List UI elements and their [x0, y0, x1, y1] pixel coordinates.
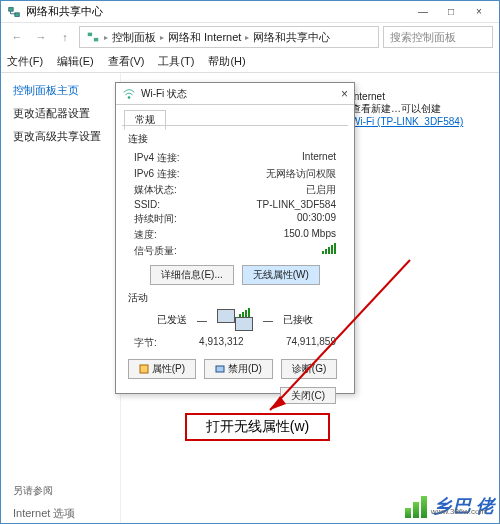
wireless-properties-button[interactable]: 无线属性(W) [242, 265, 320, 285]
ipv6-label: IPv6 连接: [134, 167, 180, 181]
signal-bars-icon [322, 244, 336, 258]
diagnose-button[interactable]: 诊断(G) [281, 359, 337, 379]
activity-row: 已发送 — — 已接收 [128, 309, 342, 331]
dialog-tabs: 常规 [116, 105, 354, 125]
bytes-label: 字节: [134, 336, 157, 350]
section-connection: 连接 [128, 132, 342, 146]
activity-dash: — [263, 315, 273, 326]
svg-rect-3 [94, 38, 98, 42]
sidebar-sharing[interactable]: 更改高级共享设置 [13, 129, 108, 144]
svg-rect-5 [140, 365, 148, 373]
chevron-right-icon: ▸ [104, 33, 108, 42]
section-activity: 活动 [128, 291, 342, 305]
duration-label: 持续时间: [134, 212, 177, 226]
menu-view[interactable]: 查看(V) [108, 54, 145, 69]
bytes-recv: 74,911,859 [286, 336, 336, 350]
dialog-close-button[interactable]: × [341, 87, 348, 101]
signal-label: 信号质量: [134, 244, 177, 258]
window-buttons: — □ × [409, 3, 493, 21]
ssid-label: SSID: [134, 199, 160, 210]
network-center-icon [7, 5, 21, 19]
menu-tools[interactable]: 工具(T) [158, 54, 194, 69]
breadcrumb[interactable]: ▸ 控制面板 ▸ 网络和 Internet ▸ 网络和共享中心 [79, 26, 379, 48]
annotation-callout: 打开无线属性(w) [185, 413, 330, 441]
sidebar-home[interactable]: 控制面板主页 [13, 83, 108, 98]
search-input[interactable]: 搜索控制面板 [383, 26, 493, 48]
activity-icon [217, 309, 253, 331]
close-dialog-button[interactable]: 关闭(C) [280, 387, 336, 404]
dialog-title: Wi-Fi 状态 [141, 87, 341, 101]
watermark-bars-icon [405, 496, 427, 518]
activity-dash: — [197, 315, 207, 326]
breadcrumb-mid[interactable]: 网络和 Internet [168, 30, 241, 45]
maximize-button[interactable]: □ [437, 3, 465, 21]
wifi-icon [122, 87, 136, 101]
menu-help[interactable]: 帮助(H) [208, 54, 245, 69]
network-icon [86, 30, 100, 44]
breadcrumb-root[interactable]: 控制面板 [112, 30, 156, 45]
ssid-value: TP-LINK_3DF584 [257, 199, 336, 210]
ipv4-value: Internet [302, 151, 336, 165]
chevron-right-icon: ▸ [245, 33, 249, 42]
minimize-button[interactable]: — [409, 3, 437, 21]
address-bar: ← → ↑ ▸ 控制面板 ▸ 网络和 Internet ▸ 网络和共享中心 搜索… [1, 23, 499, 51]
svg-rect-2 [88, 33, 92, 37]
seealso-header: 另请参阅 [13, 484, 108, 498]
breadcrumb-leaf: 网络和共享中心 [253, 30, 330, 45]
menubar: 文件(F) 编辑(E) 查看(V) 工具(T) 帮助(H) [1, 51, 499, 73]
speed-value: 150.0 Mbps [284, 228, 336, 242]
speed-label: 速度: [134, 228, 157, 242]
details-button[interactable]: 详细信息(E)... [150, 265, 234, 285]
close-button[interactable]: × [465, 3, 493, 21]
duration-value: 00:30:09 [297, 212, 336, 226]
connection-link[interactable]: Wi-Fi (TP-LINK_3DF584) [351, 116, 463, 127]
ipv4-label: IPv4 连接: [134, 151, 180, 165]
wifi-status-dialog: Wi-Fi 状态 × 常规 连接 IPv4 连接:Internet IPv6 连… [115, 82, 355, 394]
chevron-right-icon: ▸ [160, 33, 164, 42]
sidebar: 控制面板主页 更改适配器设置 更改高级共享设置 另请参阅 Internet 选项… [1, 73, 121, 523]
menu-edit[interactable]: 编辑(E) [57, 54, 94, 69]
recv-label: 已接收 [283, 313, 313, 327]
titlebar: 网络和共享中心 — □ × [1, 1, 499, 23]
watermark-url: www.386w.com [431, 507, 486, 516]
svg-rect-0 [9, 7, 13, 11]
watermark: 乡 巴 佬 www.386w.com [405, 494, 494, 518]
media-label: 媒体状态: [134, 183, 177, 197]
sidebar-internet-options[interactable]: Internet 选项 [13, 506, 108, 521]
access-type-label: Internet [351, 91, 463, 102]
media-value: 已启用 [306, 183, 336, 197]
bytes-sent: 4,913,312 [157, 336, 286, 350]
menu-file[interactable]: 文件(F) [7, 54, 43, 69]
sent-label: 已发送 [157, 313, 187, 327]
dialog-pane: 连接 IPv4 连接:Internet IPv6 连接:无网络访问权限 媒体状态… [122, 125, 348, 393]
forward-button[interactable]: → [31, 27, 51, 47]
back-button[interactable]: ← [7, 27, 27, 47]
svg-rect-6 [216, 366, 224, 372]
ipv6-value: 无网络访问权限 [266, 167, 336, 181]
properties-button[interactable]: 属性(P) [128, 359, 196, 379]
dialog-titlebar: Wi-Fi 状态 × [116, 83, 354, 105]
up-button[interactable]: ↑ [55, 27, 75, 47]
access-type-text: 查看新建…可以创建 [351, 102, 463, 116]
svg-point-4 [128, 96, 131, 99]
window-title: 网络和共享中心 [26, 4, 409, 19]
disable-button[interactable]: 禁用(D) [204, 359, 273, 379]
sidebar-adapter[interactable]: 更改适配器设置 [13, 106, 108, 121]
